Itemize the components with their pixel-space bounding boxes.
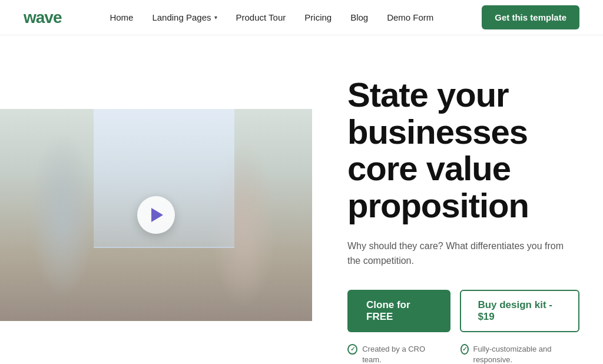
badge-cro-label: Created by a CRO team. xyxy=(362,344,442,364)
nav-item-home[interactable]: Home xyxy=(110,12,133,22)
nav-item-demo-form[interactable]: Demo Form xyxy=(387,12,433,22)
check-icon-cro: ✓ xyxy=(347,344,357,355)
nav-item-product-tour[interactable]: Product Tour xyxy=(236,12,286,22)
hero-section: State your businesses core value proposi… xyxy=(0,35,603,364)
hero-headline: State your businesses core value proposi… xyxy=(347,77,579,224)
hero-subtext: Why should they care? What differentiate… xyxy=(347,239,571,269)
nav-item-landing-pages[interactable]: Landing Pages ▾ xyxy=(152,12,217,22)
nav-item-blog[interactable]: Blog xyxy=(350,12,368,22)
nav-item-pricing[interactable]: Pricing xyxy=(304,12,332,22)
navbar: wave Home Landing Pages ▾ Product Tour P… xyxy=(0,0,603,35)
clone-free-button[interactable]: Clone for FREE xyxy=(347,290,450,332)
nav-links: Home Landing Pages ▾ Product Tour Pricin… xyxy=(110,12,433,23)
brand-logo[interactable]: wave xyxy=(24,8,62,27)
buy-design-kit-button[interactable]: Buy design kit - $19 xyxy=(460,290,579,332)
hero-video-container xyxy=(0,109,312,321)
chevron-down-icon: ▾ xyxy=(214,14,217,21)
badge-cro-team: ✓ Created by a CRO team. xyxy=(347,344,442,364)
play-button[interactable] xyxy=(137,196,175,234)
check-icon-responsive: ✓ xyxy=(460,344,469,355)
get-template-button[interactable]: Get this template xyxy=(482,5,579,29)
hero-badges: ✓ Created by a CRO team. ✓ Fully-customi… xyxy=(347,344,579,364)
hero-cta-buttons: Clone for FREE Buy design kit - $19 xyxy=(347,290,579,332)
badge-responsive-label: Fully-customizable and responsive. xyxy=(473,344,555,364)
hero-text-block: State your businesses core value proposi… xyxy=(347,65,579,364)
play-icon xyxy=(151,208,163,222)
badge-responsive: ✓ Fully-customizable and responsive. xyxy=(460,344,555,364)
